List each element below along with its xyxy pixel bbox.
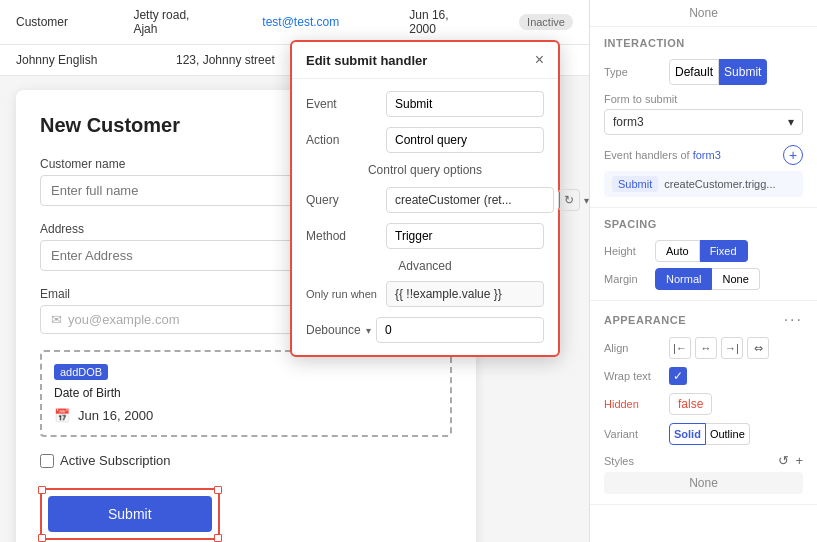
height-auto-button[interactable]: Auto — [655, 240, 700, 262]
styles-reset-icon[interactable]: ↺ — [778, 453, 789, 468]
action-select[interactable]: Control query — [386, 127, 544, 153]
spacing-title: Spacing — [604, 218, 803, 230]
subscription-label: Active Subscription — [60, 453, 171, 468]
email-placeholder: you@example.com — [68, 312, 179, 327]
margin-normal-button[interactable]: Normal — [655, 268, 712, 290]
debounce-chevron-icon: ▾ — [366, 325, 371, 336]
form-to-submit-label: Form to submit — [604, 93, 803, 105]
table-row: Customer Jetty road, Ajah test@test.com … — [0, 0, 589, 45]
interaction-section: Interaction Type Default Submit Form to … — [590, 27, 817, 208]
hidden-value: false — [669, 393, 712, 415]
control-query-options-title: Control query options — [306, 163, 544, 177]
type-default-button[interactable]: Default — [669, 59, 719, 85]
row2-addr: 123, Johnny street — [176, 53, 296, 67]
height-row: Height Auto Fixed — [604, 240, 803, 262]
variant-solid-button[interactable]: Solid — [669, 423, 706, 445]
variant-button-group: Solid Outline — [669, 423, 750, 445]
hidden-label: Hidden — [604, 398, 669, 410]
appearance-header: Appearance ··· — [604, 311, 803, 329]
only-run-input[interactable] — [386, 281, 544, 307]
variant-label: Variant — [604, 428, 669, 440]
variant-outline-button[interactable]: Outline — [706, 423, 750, 445]
modal-body: Event Submit Action Control query Contro… — [292, 79, 558, 355]
modal-close-button[interactable]: × — [535, 52, 544, 68]
align-left-button[interactable]: |← — [669, 337, 691, 359]
wrap-text-toggle[interactable]: ✓ — [669, 367, 687, 385]
handle-bl — [38, 534, 46, 542]
email-icon: ✉ — [51, 312, 62, 327]
modal-title: Edit submit handler — [306, 53, 427, 68]
row1-status: Inactive — [519, 14, 573, 30]
subscription-row: Active Subscription — [40, 453, 452, 468]
styles-add-icon[interactable]: + — [795, 453, 803, 468]
event-label: Event — [306, 97, 386, 111]
dob-field-label: Date of Birth — [54, 386, 438, 400]
method-label: Method — [306, 229, 386, 243]
styles-header: Styles ↺ + — [604, 453, 803, 468]
submit-button[interactable]: Submit — [48, 496, 212, 532]
dob-value: Jun 16, 2000 — [78, 408, 153, 423]
main-container: Customer Jetty road, Ajah test@test.com … — [0, 0, 817, 542]
modal-header: Edit submit handler × — [292, 42, 558, 79]
event-handlers-form: form3 — [693, 149, 721, 161]
more-options-icon[interactable]: ··· — [784, 311, 803, 329]
event-select[interactable]: Submit — [386, 91, 544, 117]
spacing-section: Spacing Height Auto Fixed Margin Normal … — [590, 208, 817, 301]
query-row: Query ↻ ▾ — [306, 187, 544, 213]
margin-label: Margin — [604, 273, 649, 285]
hidden-row: Hidden false — [604, 393, 803, 415]
type-button-group: Default Submit — [669, 59, 767, 85]
align-row: Align |← ↔ →| ⇔ — [604, 337, 803, 359]
debounce-label: Debounce ▾ — [306, 323, 376, 337]
action-row: Action Control query — [306, 127, 544, 153]
event-row: Event Submit — [306, 91, 544, 117]
query-label: Query — [306, 193, 386, 207]
interaction-title: Interaction — [604, 37, 803, 49]
height-button-group: Auto Fixed — [655, 240, 748, 262]
margin-none-button[interactable]: None — [712, 268, 759, 290]
edit-submit-handler-modal: Edit submit handler × Event Submit Actio… — [290, 40, 560, 357]
calendar-icon: 📅 — [54, 408, 70, 423]
appearance-section: Appearance ··· Align |← ↔ →| ⇔ Wrap text… — [590, 301, 817, 505]
row1-name: Customer — [16, 15, 73, 29]
margin-row: Margin Normal None — [604, 268, 803, 290]
query-input-row: ↻ ▾ — [386, 187, 589, 213]
none-top: None — [590, 0, 817, 27]
margin-button-group: Normal None — [655, 268, 760, 290]
dob-section: addDOB Date of Birth 📅 Jun 16, 2000 — [40, 350, 452, 437]
refresh-icon[interactable]: ↻ — [558, 189, 580, 211]
submit-btn-container: Submit — [40, 488, 220, 540]
center-area: Customer Jetty road, Ajah test@test.com … — [0, 0, 589, 542]
debounce-input[interactable] — [376, 317, 544, 343]
styles-none: None — [604, 472, 803, 494]
handle-tl — [38, 486, 46, 494]
row1-email: test@test.com — [262, 15, 339, 29]
add-event-handler-button[interactable]: + — [783, 145, 803, 165]
date-input-row: 📅 Jun 16, 2000 — [54, 408, 438, 423]
height-fixed-button[interactable]: Fixed — [700, 240, 748, 262]
align-stretch-button[interactable]: ⇔ — [747, 337, 769, 359]
handle-br — [214, 534, 222, 542]
form-to-submit-select[interactable]: form3 ▾ — [604, 109, 803, 135]
align-center-button[interactable]: ↔ — [695, 337, 717, 359]
subscription-checkbox[interactable] — [40, 454, 54, 468]
event-handlers-container: Event handlers of form3 + Submit createC… — [604, 145, 803, 197]
appearance-title: Appearance — [604, 314, 686, 326]
variant-row: Variant Solid Outline — [604, 423, 803, 445]
right-panel: None Interaction Type Default Submit For… — [589, 0, 817, 542]
align-button-group: |← ↔ →| ⇔ — [669, 337, 769, 359]
event-submit-value: createCustomer.trigg... — [664, 178, 775, 190]
wrap-text-label: Wrap text — [604, 370, 669, 382]
type-submit-button[interactable]: Submit — [719, 59, 767, 85]
query-input[interactable] — [386, 187, 554, 213]
styles-label: Styles — [604, 455, 634, 467]
styles-icons: ↺ + — [778, 453, 803, 468]
spacing-grid: Height Auto Fixed Margin Normal None — [604, 240, 803, 290]
dob-tag: addDOB — [54, 364, 108, 380]
height-label: Height — [604, 245, 649, 257]
query-dropdown-icon[interactable]: ▾ — [584, 195, 589, 206]
align-label: Align — [604, 342, 669, 354]
align-right-button[interactable]: →| — [721, 337, 743, 359]
debounce-row: Debounce ▾ — [306, 317, 544, 343]
method-select[interactable]: Trigger — [386, 223, 544, 249]
